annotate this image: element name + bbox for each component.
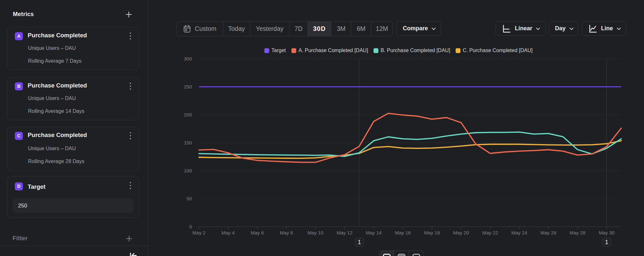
svg-text:250: 250 — [184, 84, 192, 89]
svg-text:May 30: May 30 — [599, 230, 614, 235]
svg-text:May 22: May 22 — [482, 230, 498, 235]
svg-text:200: 200 — [184, 112, 192, 117]
svg-text:150: 150 — [184, 140, 192, 145]
svg-text:50: 50 — [186, 196, 192, 201]
svg-text:May 4: May 4 — [222, 230, 235, 235]
svg-text:May 2: May 2 — [193, 230, 206, 235]
svg-text:May 8: May 8 — [280, 230, 293, 235]
svg-text:May 16: May 16 — [395, 230, 411, 235]
svg-text:May 24: May 24 — [511, 230, 527, 235]
svg-text:May 18: May 18 — [424, 230, 440, 235]
svg-text:May 26: May 26 — [541, 230, 556, 235]
svg-text:May 20: May 20 — [453, 230, 469, 235]
svg-text:May 28: May 28 — [570, 230, 585, 235]
svg-text:100: 100 — [184, 168, 192, 173]
svg-text:0: 0 — [189, 224, 192, 229]
svg-text:May 6: May 6 — [251, 230, 264, 235]
svg-text:May 10: May 10 — [308, 230, 323, 235]
svg-text:300: 300 — [184, 56, 192, 61]
svg-text:May 12: May 12 — [337, 230, 353, 235]
svg-text:May 14: May 14 — [366, 230, 382, 235]
